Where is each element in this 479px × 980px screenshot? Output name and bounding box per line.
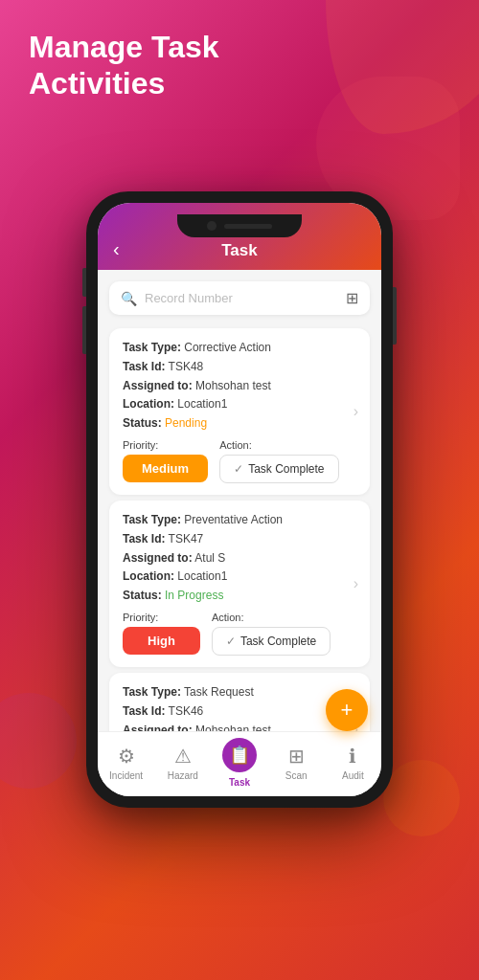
phone-notch (177, 214, 302, 237)
hazard-icon: ⚠ (174, 745, 192, 768)
task-status-2: Status: In Progress (123, 588, 356, 604)
phone-mockup: ‹ Task 🔍 Record Number ⊞ › Task Type: Co… (86, 191, 393, 808)
hazard-label: Hazard (168, 770, 198, 781)
search-input[interactable]: Record Number (145, 291, 346, 305)
task-complete-button-1[interactable]: ✓ Task Complete (219, 455, 338, 483)
task-type-1: Task Type: Corrective Action (123, 340, 356, 356)
task-location-1: Location: Location1 (123, 396, 356, 412)
task-label: Task (229, 777, 250, 788)
bg-decoration-4 (383, 760, 460, 836)
back-button[interactable]: ‹ (113, 238, 120, 260)
filter-icon[interactable]: ⊞ (346, 289, 358, 307)
nav-item-audit[interactable]: ℹ Audit (325, 732, 381, 796)
task-list: › Task Type: Corrective Action Task Id: … (98, 323, 381, 732)
task-id-2: Task Id: TSK47 (123, 531, 356, 547)
task-type-2: Task Type: Preventative Action (123, 512, 356, 528)
check-icon-2: ✓ (226, 635, 236, 648)
incident-label: Incident (109, 770, 143, 781)
phone-screen: ‹ Task 🔍 Record Number ⊞ › Task Type: Co… (98, 203, 381, 796)
priority-medium-button[interactable]: Medium (123, 455, 208, 482)
scan-icon: ⊞ (288, 745, 305, 768)
camera (207, 221, 217, 231)
header-title: Task (221, 241, 258, 260)
priority-section-1: Priority: Medium (123, 439, 208, 482)
nav-item-task[interactable]: 📋 Task (211, 732, 267, 796)
task-icon: 📋 (229, 745, 250, 766)
bottom-nav: ⚙ Incident ⚠ Hazard 📋 Task ⊞ Scan (98, 731, 381, 796)
nav-item-scan[interactable]: ⊞ Scan (268, 732, 325, 796)
fab-add-button[interactable]: + (326, 689, 368, 731)
card-bottom-1: Priority: Medium Action: ✓ Task Complete (123, 439, 356, 483)
task-card-1[interactable]: › Task Type: Corrective Action Task Id: … (109, 328, 370, 495)
volume-button-2 (82, 306, 86, 354)
task-complete-button-2[interactable]: ✓ Task Complete (212, 627, 331, 656)
scan-label: Scan (285, 770, 308, 781)
task-assigned-2: Assigned to: Atul S (123, 550, 356, 567)
task-id-1: Task Id: TSK48 (123, 359, 356, 375)
card-arrow-2: › (354, 575, 358, 592)
incident-icon: ⚙ (118, 745, 135, 768)
card-bottom-2: Priority: High Action: ✓ Task Complete (123, 612, 356, 656)
speaker (224, 224, 272, 229)
priority-section-2: Priority: High (123, 612, 200, 655)
check-icon-1: ✓ (234, 462, 243, 476)
action-section-1: Action: ✓ Task Complete (219, 439, 338, 483)
task-card-2[interactable]: › Task Type: Preventative Action Task Id… (109, 501, 370, 667)
bg-decoration-3 (0, 693, 77, 789)
search-bar: 🔍 Record Number ⊞ (109, 281, 370, 315)
audit-label: Audit (342, 770, 364, 781)
task-status-1: Status: Pending (123, 415, 356, 432)
card-arrow-1: › (354, 403, 358, 420)
task-assigned-1: Assigned to: Mohsohan test (123, 378, 356, 394)
task-id-3: Task Id: TSK46 (123, 703, 356, 720)
power-button (393, 287, 397, 345)
volume-button-1 (82, 268, 86, 297)
priority-high-button[interactable]: High (123, 627, 200, 655)
task-type-3: Task Type: Task Request (123, 684, 356, 701)
audit-icon: ℹ (349, 745, 356, 768)
action-section-2: Action: ✓ Task Complete (212, 612, 331, 656)
nav-item-hazard[interactable]: ⚠ Hazard (154, 732, 211, 796)
nav-item-incident[interactable]: ⚙ Incident (98, 732, 154, 796)
page-title: Manage Task Activities (29, 29, 219, 102)
search-icon: 🔍 (121, 291, 137, 306)
task-location-2: Location: Location1 (123, 568, 356, 585)
task-active-icon: 📋 (222, 738, 257, 772)
